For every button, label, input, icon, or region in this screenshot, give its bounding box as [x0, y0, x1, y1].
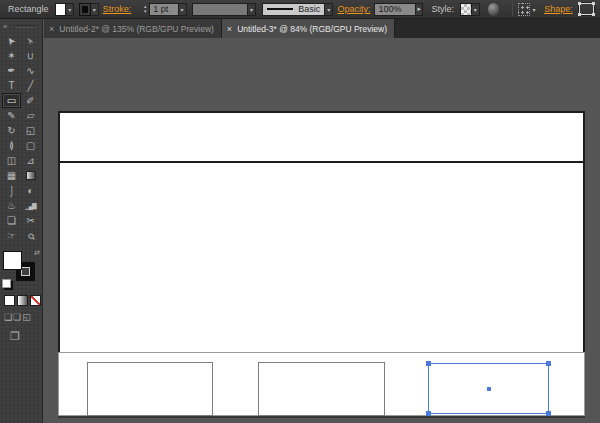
lasso-tool[interactable]: ⊃ [21, 48, 40, 63]
brush-definition-field[interactable]: Basic [262, 3, 325, 16]
center-point-indicator [487, 387, 491, 391]
close-tab-icon[interactable]: × [49, 24, 54, 34]
stroke-weight-field[interactable]: 1 pt [149, 3, 178, 16]
default-fill-stroke-icon[interactable] [2, 279, 11, 288]
card-rect-1[interactable] [87, 362, 213, 416]
stroke-weight-dropdown-icon[interactable]: ▾ [179, 3, 187, 16]
rotate-tool[interactable]: ↻ [2, 123, 21, 138]
magic-wand-tool[interactable]: ✶ [2, 48, 21, 63]
screen-mode-icon[interactable]: ❐ [10, 330, 20, 343]
selection-handle-bl[interactable] [426, 411, 431, 416]
select-similar-dropdown-icon[interactable]: ▾ [530, 3, 538, 16]
opacity-slider-icon[interactable]: ► [416, 3, 423, 16]
brush-name: Basic [298, 4, 320, 14]
graphic-style-swatch[interactable] [460, 3, 472, 16]
magic-wand-icon: ✶ [7, 51, 15, 61]
none-button[interactable] [30, 295, 41, 306]
shape-widget-icon[interactable] [579, 3, 594, 15]
artboard-bottom-edge [58, 416, 585, 418]
control-bar: Rectangle ▾ ▾ Stroke: ▴ ▾ 1 pt ▾ ▾ Basic… [0, 0, 600, 19]
symbol-sprayer-icon: ♨ [7, 201, 16, 211]
gradient-button[interactable] [17, 295, 28, 306]
tab-title: Untitled-2* @ 135% (RGB/GPU Preview) [59, 24, 214, 34]
gradient-tool[interactable] [21, 168, 40, 183]
selection-handle-tr[interactable] [546, 361, 551, 366]
stroke-color-swatch[interactable] [79, 3, 91, 16]
recolor-artwork-icon[interactable] [488, 3, 500, 16]
document-tab[interactable]: ×Untitled-3* @ 84% (RGB/GPU Preview) [222, 19, 395, 38]
perspective-grid-tool[interactable]: ⊿ [21, 153, 40, 168]
mesh-tool[interactable]: ▦ [2, 168, 21, 183]
stroke-weight-stepper[interactable]: ▴ ▾ [141, 4, 149, 14]
direct-selection-icon: ➢ [24, 34, 37, 47]
fill-proxy-swatch[interactable] [3, 251, 22, 270]
illustrator-window: Rectangle ▾ ▾ Stroke: ▴ ▾ 1 pt ▾ ▾ Basic… [0, 0, 600, 423]
fill-color-swatch[interactable] [55, 3, 67, 16]
stroke-dropdown-icon[interactable]: ▾ [91, 3, 99, 16]
selection-tool[interactable]: ➤ [2, 33, 21, 48]
eyedropper-icon: ⌡ [8, 186, 14, 196]
selected-rect[interactable] [428, 363, 549, 414]
selection-handle-br[interactable] [546, 411, 551, 416]
opacity-panel-link[interactable]: Opacity: [337, 4, 370, 14]
draw-behind-icon[interactable]: ❏ [13, 312, 21, 322]
zoom-tool[interactable]: ϙ [21, 228, 40, 243]
hand-tool[interactable]: ☞ [2, 228, 21, 243]
symbol-sprayer-tool[interactable]: ♨ [2, 198, 21, 213]
width-profile-field[interactable] [192, 3, 248, 16]
direct-selection-tool[interactable]: ➢ [21, 33, 40, 48]
shaper-icon: ✎ [7, 111, 15, 121]
scale-tool[interactable]: ◱ [21, 123, 40, 138]
type-icon: T [8, 81, 14, 91]
shaper-tool[interactable]: ✎ [2, 108, 21, 123]
swap-fill-stroke-icon[interactable]: ⇄ [34, 249, 40, 257]
pen-icon: ✒ [7, 66, 15, 76]
shape-builder-tool[interactable]: ◫ [2, 153, 21, 168]
draw-inside-icon[interactable]: ◱ [22, 312, 31, 322]
canvas[interactable] [44, 38, 600, 423]
fill-dropdown-icon[interactable]: ▾ [66, 3, 74, 16]
column-graph-tool[interactable]: ▁▄▇ [21, 198, 40, 213]
curvature-tool[interactable]: ∿ [21, 63, 40, 78]
stepper-down-icon[interactable]: ▾ [141, 9, 149, 14]
shape-panel-link[interactable]: Shape: [544, 4, 573, 14]
gradient-icon [26, 171, 36, 180]
scale-icon: ◱ [26, 126, 35, 136]
width-tool[interactable]: ≬ [2, 138, 21, 153]
pen-tool[interactable]: ✒ [2, 63, 21, 78]
document-tab[interactable]: ×Untitled-2* @ 135% (RGB/GPU Preview) [44, 19, 222, 38]
width-profile-dropdown-icon[interactable]: ▾ [248, 3, 256, 16]
stroke-panel-link[interactable]: Stroke: [103, 4, 132, 14]
shape-builder-icon: ◫ [7, 156, 16, 166]
collapse-panel-icon[interactable]: « [3, 22, 7, 31]
line-segment-tool[interactable]: ╱ [21, 78, 40, 93]
select-similar-icon[interactable] [518, 3, 530, 16]
tab-bar: ×Untitled-2* @ 135% (RGB/GPU Preview)×Un… [44, 19, 600, 38]
type-tool[interactable]: T [2, 78, 21, 93]
brush-dropdown-icon[interactable]: ▾ [325, 3, 333, 16]
style-dropdown-icon[interactable]: ▾ [472, 3, 480, 16]
paintbrush-icon: ✐ [26, 96, 34, 106]
eyedropper-tool[interactable]: ⌡ [2, 183, 21, 198]
color-button[interactable] [4, 295, 15, 306]
rectangle-tool[interactable]: ▭ [2, 93, 21, 108]
selection-handle-tl[interactable] [426, 361, 431, 366]
rotate-icon: ↻ [7, 126, 15, 136]
blend-icon: ◐ [27, 186, 33, 196]
draw-normal-icon[interactable]: ❑ [4, 312, 12, 322]
eraser-tool[interactable]: ▱ [21, 108, 40, 123]
tools-panel: « ➤➢✶⊃✒∿T╱▭✐✎▱↻◱≬▢◫⊿▦⌡◐♨▁▄▇❏✂☞ϙ ⇄ ❑ ❏ ◱ … [0, 19, 43, 423]
blend-tool[interactable]: ◐ [21, 183, 40, 198]
eraser-icon: ▱ [27, 111, 35, 121]
panel-drag-grip[interactable] [15, 25, 36, 28]
opacity-field[interactable]: 100% [374, 3, 416, 16]
paintbrush-tool[interactable]: ✐ [21, 93, 40, 108]
fill-stroke-indicator: ⇄ [3, 251, 39, 285]
artboard-tool[interactable]: ❏ [2, 213, 21, 228]
close-tab-icon[interactable]: × [227, 24, 232, 34]
body-band-rect[interactable] [58, 163, 585, 352]
card-rect-2[interactable] [258, 362, 385, 416]
slice-tool[interactable]: ✂ [21, 213, 40, 228]
header-band-rect[interactable] [58, 111, 585, 163]
free-transform-tool[interactable]: ▢ [21, 138, 40, 153]
